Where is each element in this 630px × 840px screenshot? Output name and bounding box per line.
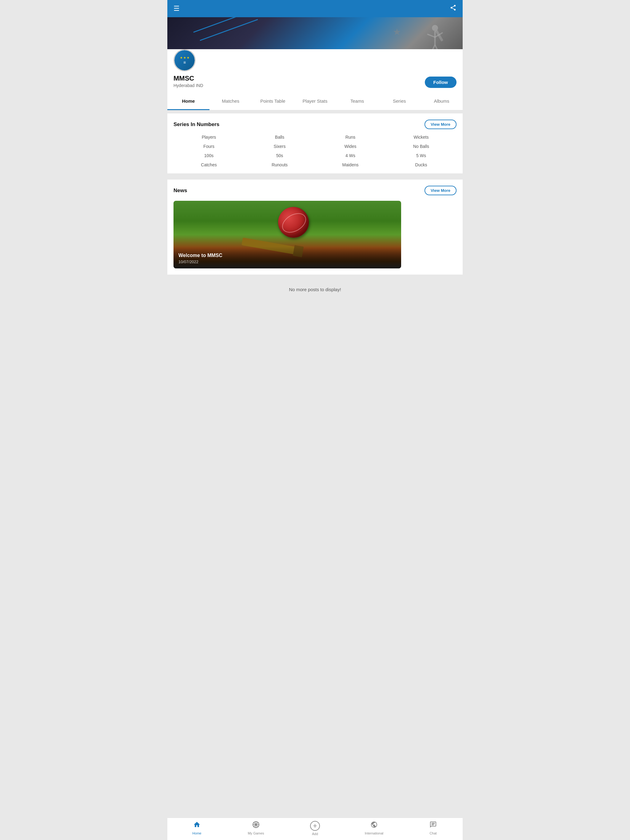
- news-image: Welcome to MMSC 10/07/2022: [174, 201, 401, 268]
- stat-ducks: Ducks: [386, 163, 456, 167]
- news-view-more-button[interactable]: View More: [424, 186, 456, 195]
- tab-matches[interactable]: Matches: [209, 93, 252, 110]
- divider-1: [167, 111, 463, 114]
- series-view-more-button[interactable]: View More: [424, 120, 456, 129]
- series-header: Series In Numbers View More: [174, 120, 456, 129]
- stat-no-balls: No Balls: [386, 144, 456, 149]
- tab-home[interactable]: Home: [167, 93, 209, 110]
- menu-icon[interactable]: ☰: [174, 5, 180, 13]
- avatar-star-2: ★: [184, 56, 186, 59]
- star-decoration: ★: [393, 27, 401, 37]
- tabs-bar: Home Matches Points Table Player Stats T…: [167, 93, 463, 111]
- news-header: News View More: [174, 186, 456, 195]
- stat-5ws: 5 Ws: [386, 153, 456, 158]
- stat-players: Players: [174, 135, 244, 140]
- tab-series[interactable]: Series: [378, 93, 421, 110]
- series-title: Series In Numbers: [174, 122, 219, 128]
- profile-location: Hyderabad IND: [174, 83, 456, 88]
- svg-line-2: [427, 34, 435, 37]
- avatar-badge-icon: ≡: [184, 60, 186, 65]
- tab-albums[interactable]: Albums: [421, 93, 463, 110]
- avatar-star-3: ★: [187, 56, 190, 59]
- stat-runouts: Runouts: [244, 163, 315, 167]
- divider-2: [167, 177, 463, 180]
- news-overlay: Welcome to MMSC 10/07/2022: [174, 246, 401, 268]
- stat-sixers: Sixers: [244, 144, 315, 149]
- avatar: ★ ★ ★ ≡: [174, 49, 196, 71]
- stat-100s: 100s: [174, 153, 244, 158]
- stat-runs: Runs: [315, 135, 386, 140]
- content-spacer: [167, 305, 463, 396]
- series-in-numbers-section: Series In Numbers View More Players Ball…: [167, 114, 463, 174]
- profile-name: MMSC: [174, 74, 456, 82]
- stat-wides: Wides: [315, 144, 386, 149]
- no-more-posts: No more posts to display!: [167, 275, 463, 305]
- news-image-container[interactable]: Welcome to MMSC 10/07/2022: [174, 201, 401, 268]
- stat-catches: Catches: [174, 163, 244, 167]
- stat-50s: 50s: [244, 153, 315, 158]
- cricket-ball-decoration: [278, 207, 309, 238]
- stat-balls: Balls: [244, 135, 315, 140]
- stat-fours: Fours: [174, 144, 244, 149]
- stat-4ws: 4 Ws: [315, 153, 386, 158]
- avatar-star-1: ★: [180, 56, 183, 59]
- news-title: News: [174, 188, 187, 194]
- news-item-date: 10/07/2022: [179, 259, 396, 264]
- follow-button[interactable]: Follow: [425, 77, 457, 88]
- tab-player-stats[interactable]: Player Stats: [294, 93, 336, 110]
- tab-points-table[interactable]: Points Table: [252, 93, 294, 110]
- tab-teams[interactable]: Teams: [336, 93, 378, 110]
- top-bar: ☰: [167, 0, 463, 17]
- news-item-title: Welcome to MMSC: [179, 253, 396, 258]
- stats-grid: Players Balls Runs Wickets Fours Sixers …: [174, 135, 456, 167]
- profile-section: ★ ★ ★ ≡ MMSC Hyderabad IND Follow: [167, 49, 463, 93]
- news-section: News View More Welcome to MMSC 10/07/202…: [167, 180, 463, 275]
- share-icon[interactable]: [450, 4, 456, 13]
- stat-wickets: Wickets: [386, 135, 456, 140]
- stat-maidens: Maidens: [315, 163, 386, 167]
